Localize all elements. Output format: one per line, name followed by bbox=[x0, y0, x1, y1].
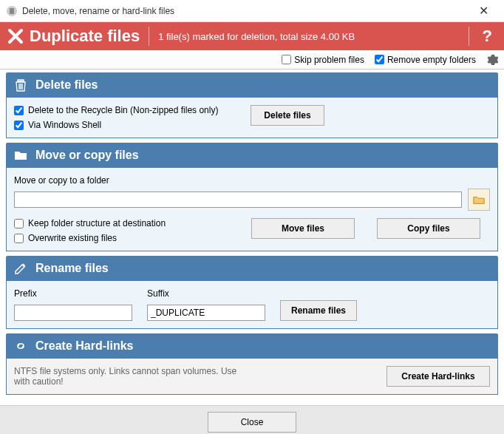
link-icon bbox=[13, 339, 28, 353]
titlebar: Delete, move, rename or hard-link files … bbox=[0, 0, 504, 22]
close-button[interactable]: Close bbox=[208, 412, 296, 433]
windows-shell-checkbox[interactable]: Via Windows Shell bbox=[14, 120, 236, 130]
folder-path-input[interactable] bbox=[14, 191, 462, 208]
label-text: Skip problem files bbox=[294, 55, 364, 65]
move-files-button[interactable]: Move files bbox=[251, 218, 355, 239]
section-title: Create Hard-links bbox=[35, 339, 134, 353]
label-text: Delete to the Recycle Bin (Non-zipped fi… bbox=[28, 105, 218, 115]
prefix-label: Prefix bbox=[14, 288, 132, 299]
page-title: Duplicate files bbox=[30, 27, 140, 46]
section-title: Move or copy files bbox=[35, 149, 139, 162]
options-bar: Skip problem files Remove empty folders bbox=[0, 50, 504, 69]
trash-icon bbox=[13, 78, 28, 92]
svg-rect-1 bbox=[10, 8, 14, 14]
folder-open-icon bbox=[472, 193, 486, 206]
folder-field-label: Move or copy to a folder bbox=[14, 175, 490, 186]
rename-files-button[interactable]: Rename files bbox=[280, 300, 357, 321]
section-title: Delete files bbox=[35, 78, 98, 92]
move-section-header: Move or copy files bbox=[6, 143, 498, 168]
label-text: Remove empty folders bbox=[387, 55, 476, 65]
folder-icon bbox=[13, 148, 28, 163]
overwrite-checkbox[interactable]: Overwrite existing files bbox=[14, 233, 236, 243]
label-text: Via Windows Shell bbox=[28, 120, 101, 130]
move-section-body: Move or copy to a folder Keep folder str… bbox=[6, 168, 498, 251]
delete-section-body: Delete to the Recycle Bin (Non-zipped fi… bbox=[6, 98, 498, 138]
hardlink-section-header: Create Hard-links bbox=[6, 333, 498, 359]
hardlink-note: NTFS file systems only. Links cannot spa… bbox=[14, 366, 251, 387]
window-title: Delete, move, rename or hard-link files bbox=[22, 6, 469, 16]
header-banner: Duplicate files 1 file(s) marked for del… bbox=[0, 22, 504, 50]
section-title: Rename files bbox=[35, 262, 109, 275]
create-hardlinks-button[interactable]: Create Hard-links bbox=[386, 366, 490, 387]
footer: Close bbox=[0, 405, 504, 434]
suffix-label: Suffix bbox=[147, 288, 265, 299]
remove-empty-checkbox[interactable]: Remove empty folders bbox=[375, 55, 476, 65]
label-text: Keep folder structure at destination bbox=[28, 218, 166, 228]
recycle-bin-checkbox[interactable]: Delete to the Recycle Bin (Non-zipped fi… bbox=[14, 105, 236, 115]
keep-structure-checkbox[interactable]: Keep folder structure at destination bbox=[14, 218, 236, 228]
gear-icon[interactable] bbox=[486, 54, 498, 66]
hardlink-section-body: NTFS file systems only. Links cannot spa… bbox=[6, 359, 498, 395]
suffix-input[interactable] bbox=[147, 305, 265, 321]
delete-section-header: Delete files bbox=[6, 72, 498, 98]
prefix-input[interactable] bbox=[14, 305, 132, 321]
x-icon bbox=[7, 28, 24, 44]
help-button[interactable]: ? bbox=[478, 27, 497, 46]
rename-section-body: Prefix Suffix Rename files bbox=[6, 281, 498, 329]
label-text: Overwrite existing files bbox=[28, 233, 117, 243]
status-text: 1 file(s) marked for deletion, total siz… bbox=[158, 31, 459, 42]
skip-problem-checkbox[interactable]: Skip problem files bbox=[282, 55, 364, 65]
copy-files-button[interactable]: Copy files bbox=[377, 218, 480, 239]
window-close-button[interactable]: ✕ bbox=[469, 4, 498, 18]
separator bbox=[469, 27, 469, 46]
pencil-icon bbox=[13, 261, 28, 276]
browse-folder-button[interactable] bbox=[468, 189, 490, 211]
app-icon bbox=[6, 5, 18, 17]
delete-files-button[interactable]: Delete files bbox=[251, 105, 324, 126]
separator bbox=[149, 27, 149, 46]
rename-section-header: Rename files bbox=[6, 256, 498, 281]
